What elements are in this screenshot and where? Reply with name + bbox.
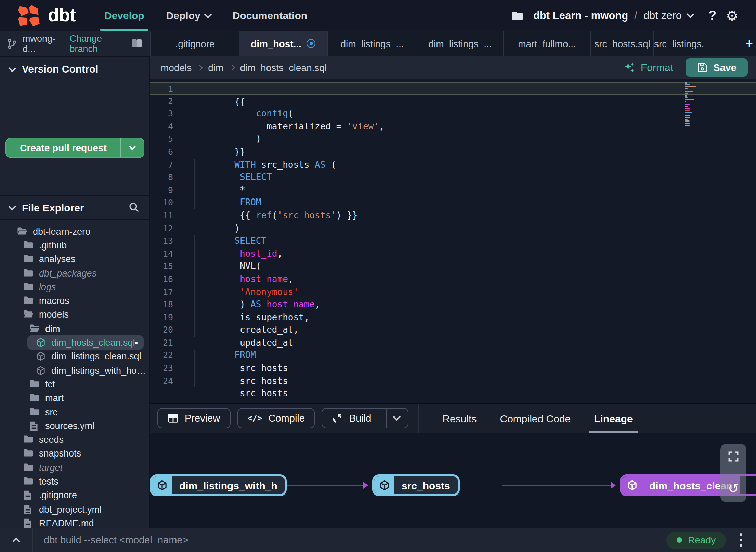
folder-icon	[23, 296, 34, 306]
run-button[interactable]: </> Build	[322, 408, 408, 428]
code-editor[interactable]: 1{{ 2 config( 3 materialized = 'view', 4…	[150, 79, 756, 403]
line-number: 11	[150, 209, 173, 222]
version-control-header[interactable]: Version Control	[0, 57, 149, 81]
table-icon	[168, 413, 179, 423]
status-dot-icon	[676, 538, 682, 543]
code-line: 19 created_at,	[150, 311, 756, 324]
lineage-graph[interactable]: src_hosts dim_hosts_clean dim_listings_w…	[150, 433, 756, 528]
file-tree-row[interactable]: sources.yml	[0, 419, 149, 433]
lineage-node[interactable]: src_hosts	[372, 474, 460, 496]
file-tree-row[interactable]: dim_hosts_clean.sql	[0, 336, 149, 350]
chevron-down-icon	[9, 64, 16, 72]
run-button[interactable]: </> Compile	[237, 408, 315, 428]
file-tab-label: dim_host...	[251, 38, 301, 49]
line-number: 22	[150, 349, 173, 362]
file-tree-label: dbt_packages	[39, 268, 96, 278]
file-tree-row[interactable]: models	[0, 308, 149, 322]
breadcrumb-item[interactable]: dim	[208, 62, 223, 73]
model-cube-icon	[36, 351, 46, 362]
lineage-node[interactable]: dim_listings_with_h	[150, 474, 287, 496]
dbt-logo[interactable]: dbt	[16, 3, 76, 28]
file-tree-row[interactable]: dim	[0, 322, 149, 336]
refresh-icon[interactable]: ↺	[728, 482, 739, 495]
version-control-title: Version Control	[22, 63, 98, 75]
change-branch-link[interactable]: Change branch	[70, 33, 125, 54]
file-tree-row[interactable]: tests	[0, 475, 149, 489]
file-tab[interactable]: dim_listings_...	[417, 31, 503, 56]
file-tree-label: macros	[39, 296, 69, 306]
breadcrumb-item[interactable]: models	[161, 62, 192, 73]
line-number: 14	[150, 247, 173, 260]
folder-icon	[23, 476, 34, 487]
build-dropdown[interactable]	[386, 409, 407, 428]
second-row: mwong-d... Change branch .gitignore dim_…	[0, 31, 756, 56]
file-tree-label: models	[39, 310, 69, 320]
arrowhead-icon	[363, 482, 368, 489]
file-tree-label: target	[39, 462, 63, 473]
file-tab-label: src_hosts.sql	[594, 38, 650, 49]
line-number: 3	[150, 107, 173, 120]
file-tree-row[interactable]: mart	[0, 391, 149, 405]
nav-item[interactable]: Documentation	[222, 0, 318, 31]
command-input[interactable]: dbt build --select <model_name>	[44, 535, 188, 546]
nav-item[interactable]: Develop	[93, 0, 155, 31]
file-tab[interactable]: dim_listings_...	[327, 31, 417, 56]
nav-item[interactable]: Deploy	[155, 0, 222, 31]
file-tree-row[interactable]: seeds	[0, 433, 149, 447]
file-tree-row[interactable]: macros	[0, 294, 149, 308]
code-line: 6WITH src_hosts AS (	[150, 146, 756, 158]
file-tab[interactable]: dim_host...	[239, 31, 327, 56]
pull-request-dropdown[interactable]	[120, 138, 144, 157]
top-nav-right: dbt Learn - mwong / dbt zero ? ⚙	[512, 7, 756, 24]
folder-icon	[29, 379, 40, 389]
new-tab-button[interactable]: +	[742, 31, 756, 56]
file-tree-row[interactable]: dim_listings_clean.sql	[0, 349, 149, 363]
code-line: 16 'Anonymous'	[150, 273, 756, 286]
file-tree-row[interactable]: analyses	[0, 252, 149, 266]
collapse-panel-button[interactable]	[0, 528, 33, 552]
create-pull-request-button[interactable]: Create pull request	[5, 138, 144, 158]
file-tree-label: fct	[45, 379, 55, 389]
file-tab[interactable]: src_hosts.sql	[590, 31, 653, 56]
help-icon[interactable]: ?	[708, 8, 716, 23]
run-button[interactable]: </> Preview	[157, 408, 230, 428]
line-number: 4	[150, 120, 173, 133]
fullscreen-icon[interactable]	[728, 451, 739, 462]
panel-tab[interactable]: Results	[431, 404, 488, 433]
file-tree-row[interactable]: README.md	[0, 516, 149, 528]
file-icon	[23, 518, 34, 528]
file-tree-row[interactable]: .github	[0, 239, 149, 253]
file-tree-row[interactable]: dbt_packages	[0, 266, 149, 280]
file-tree-row[interactable]: .gitignore	[0, 488, 149, 502]
panel-tab[interactable]: Compiled Code	[488, 404, 582, 433]
file-tabs: .gitignore dim_host... dim_listings_... …	[150, 31, 742, 56]
file-tree-row[interactable]: target	[0, 461, 149, 475]
code-line: 23 src_hosts	[150, 362, 756, 375]
file-tree-row[interactable]: fct	[0, 377, 149, 391]
chevron-down-icon	[9, 203, 16, 211]
chevron-down-icon	[204, 10, 212, 18]
model-cube-icon	[622, 476, 642, 494]
file-tab[interactable]: .gitignore	[150, 31, 239, 56]
file-tab[interactable]: mart_fullmo...	[503, 31, 590, 56]
file-tree-row[interactable]: logs	[0, 280, 149, 294]
file-tab[interactable]: src_listings.	[653, 31, 704, 56]
file-tree-row[interactable]: dim_listings_with_hosts...	[0, 363, 149, 377]
file-tree-row[interactable]: dbt_project.yml	[0, 502, 149, 516]
docs-book-icon[interactable]	[131, 38, 143, 49]
file-explorer-header[interactable]: File Explorer	[0, 195, 149, 220]
file-tree-row[interactable]: dbt-learn-zero	[0, 224, 149, 239]
save-button[interactable]: Save	[686, 58, 748, 77]
kebab-menu-icon[interactable]	[740, 539, 742, 542]
folder-icon	[512, 11, 524, 20]
environment-selector[interactable]: dbt zero	[643, 9, 682, 22]
code-line: 5}}	[150, 133, 756, 146]
panel-tab[interactable]: Lineage	[582, 404, 644, 433]
code-line: 7 SELECT	[150, 158, 756, 171]
file-tree-row[interactable]: snapshots	[0, 447, 149, 461]
format-button[interactable]: Format	[624, 62, 673, 73]
file-tree-row[interactable]: src	[0, 405, 149, 419]
line-number: 7	[150, 158, 173, 171]
gear-icon[interactable]: ⚙	[726, 7, 738, 24]
search-icon[interactable]	[129, 202, 140, 213]
